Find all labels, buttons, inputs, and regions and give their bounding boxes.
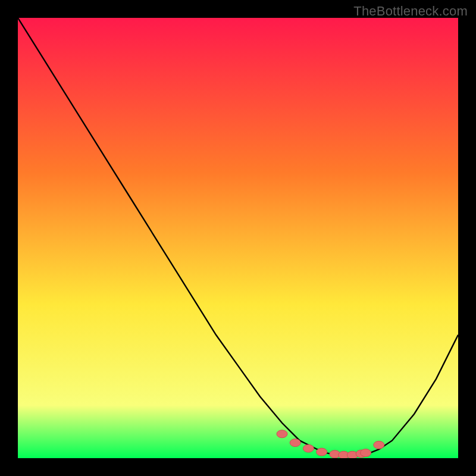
chart-frame: TheBottleneck.com xyxy=(0,0,476,476)
bottleneck-chart xyxy=(18,18,458,458)
marker-point xyxy=(303,444,314,452)
marker-point xyxy=(361,449,371,457)
marker-point xyxy=(277,430,287,438)
gradient-background xyxy=(18,18,458,458)
watermark-text: TheBottleneck.com xyxy=(353,4,468,19)
marker-point xyxy=(317,448,327,456)
marker-point xyxy=(374,441,384,449)
plot-area xyxy=(18,18,458,458)
marker-point xyxy=(290,439,300,447)
